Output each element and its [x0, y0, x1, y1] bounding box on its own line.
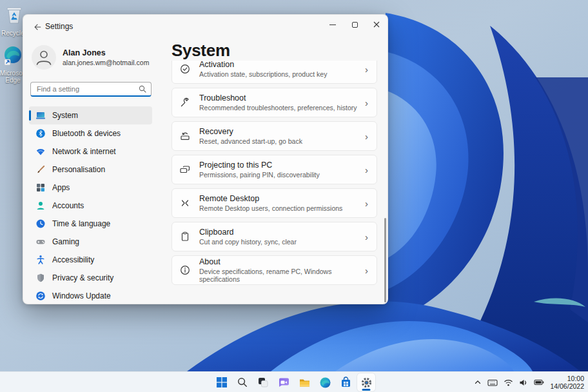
desktop: Recycle Bin Microsoft Edge Settings: [0, 0, 588, 392]
edge-icon: [319, 377, 331, 389]
profile-name: Alan Jones: [63, 48, 149, 57]
chevron-right-icon: ›: [365, 64, 368, 74]
chat-icon: [278, 377, 290, 389]
desktop-icon-edge[interactable]: Microsoft Edge: [0, 45, 26, 84]
wifi-icon[interactable]: [504, 378, 513, 387]
card-recovery[interactable]: Recovery Reset, advanced start-up, go ba…: [172, 121, 377, 151]
card-activation[interactable]: Activation Activation state, subscriptio…: [172, 61, 377, 84]
search-input[interactable]: [30, 82, 152, 97]
volume-icon[interactable]: [519, 378, 528, 387]
remote-desktop-icon: [179, 197, 191, 209]
recovery-icon: [179, 130, 191, 142]
settings-window: Settings Alan Jones al: [23, 14, 388, 304]
minimize-button[interactable]: [322, 15, 344, 34]
file-explorer-icon: [299, 377, 311, 389]
apps-icon: [35, 182, 46, 193]
tray-time: 10:00: [550, 375, 584, 382]
clipboard-icon: [179, 231, 191, 242]
sidebar-item-accessibility[interactable]: Accessibility: [29, 251, 152, 269]
time-language-icon: [35, 219, 46, 229]
sidebar-item-privacy-security[interactable]: Privacy & security: [29, 269, 152, 287]
sidebar-item-gaming[interactable]: Gaming: [29, 233, 152, 251]
profile-email: alan.jones.wm@hotmail.com: [63, 59, 149, 66]
card-troubleshoot[interactable]: Troubleshoot Recommended troubleshooters…: [172, 88, 377, 117]
search-icon: [138, 84, 147, 93]
settings-gear-icon: [360, 377, 373, 389]
sidebar-item-accounts[interactable]: Accounts: [29, 197, 152, 215]
task-view-button[interactable]: [254, 373, 272, 391]
battery-icon[interactable]: [534, 378, 544, 386]
scrollbar-thumb[interactable]: [384, 218, 386, 302]
accounts-icon: [35, 201, 46, 211]
sidebar-item-personalisation[interactable]: Personalisation: [29, 161, 152, 179]
touch-keyboard-icon[interactable]: [487, 378, 498, 387]
about-icon: [179, 264, 191, 276]
store-icon: [340, 377, 352, 389]
troubleshoot-icon: [179, 97, 191, 108]
user-profile[interactable]: Alan Jones alan.jones.wm@hotmail.com: [32, 45, 149, 70]
edge-button[interactable]: [316, 373, 334, 391]
start-button[interactable]: [213, 373, 231, 391]
system-icon: [35, 110, 46, 121]
projection-icon: [179, 164, 191, 175]
task-view-icon: [257, 377, 269, 388]
search-icon: [237, 377, 248, 388]
person-icon: [32, 45, 56, 70]
close-icon: [373, 21, 380, 28]
sidebar-item-windows-update[interactable]: Windows Update: [29, 287, 152, 304]
taskbar: 10:00 14/06/2022: [0, 371, 588, 392]
back-arrow-icon: [33, 23, 42, 32]
chevron-right-icon: ›: [365, 199, 368, 208]
sidebar-item-time-language[interactable]: Time & language: [29, 215, 152, 233]
taskbar-clock[interactable]: 10:00 14/06/2022: [550, 375, 584, 390]
card-clipboard[interactable]: Clipboard Cut and copy history, sync, cl…: [172, 222, 377, 251]
minimize-icon: [329, 24, 336, 25]
bluetooth-icon: [35, 128, 46, 139]
sidebar-item-system[interactable]: System: [29, 106, 152, 124]
settings-button[interactable]: [357, 373, 375, 391]
windows-logo-icon: [216, 377, 228, 388]
file-explorer-button[interactable]: [295, 373, 313, 391]
selected-indicator: [29, 110, 31, 121]
sidebar-nav: System Bluetooth & devices Network & int…: [29, 106, 152, 304]
personalisation-icon: [35, 164, 46, 175]
chevron-right-icon: ›: [365, 132, 368, 141]
search-box: [30, 82, 152, 97]
tray-chevron-up-icon[interactable]: [474, 378, 482, 386]
sidebar-item-apps[interactable]: Apps: [29, 179, 152, 197]
window-title: Settings: [45, 22, 73, 31]
maximize-icon: [352, 22, 358, 28]
chevron-right-icon: ›: [365, 266, 368, 275]
privacy-shield-icon: [35, 273, 46, 283]
active-app-indicator: [362, 389, 371, 391]
card-projecting[interactable]: Projecting to this PC Permissions, pairi…: [172, 155, 377, 184]
gaming-icon: [35, 237, 46, 247]
page-title: System: [172, 41, 230, 61]
windows-update-icon: [35, 291, 46, 301]
avatar: [32, 45, 56, 70]
chat-button[interactable]: [275, 373, 293, 391]
taskbar-search-button[interactable]: [233, 373, 251, 391]
back-button[interactable]: [31, 21, 44, 34]
network-icon: [35, 146, 46, 157]
card-remote-desktop[interactable]: Remote Desktop Remote Desktop users, con…: [172, 188, 377, 218]
sidebar-item-network-internet[interactable]: Network & internet: [29, 142, 152, 161]
sidebar-item-bluetooth-devices[interactable]: Bluetooth & devices: [29, 124, 152, 142]
accessibility-icon: [35, 255, 46, 265]
tray-date: 14/06/2022: [550, 382, 584, 390]
card-about[interactable]: About Device specifications, rename PC, …: [172, 255, 377, 285]
titlebar: Settings: [23, 15, 387, 38]
activation-icon: [179, 63, 191, 75]
store-button[interactable]: [337, 373, 355, 391]
settings-list: Activation Activation state, subscriptio…: [172, 61, 379, 304]
close-button[interactable]: [366, 15, 387, 34]
chevron-right-icon: ›: [365, 232, 368, 242]
chevron-right-icon: ›: [365, 98, 368, 108]
edge-icon: [3, 45, 23, 66]
maximize-button[interactable]: [344, 15, 366, 34]
chevron-right-icon: ›: [365, 165, 368, 175]
recycle-bin-icon: [4, 4, 24, 26]
